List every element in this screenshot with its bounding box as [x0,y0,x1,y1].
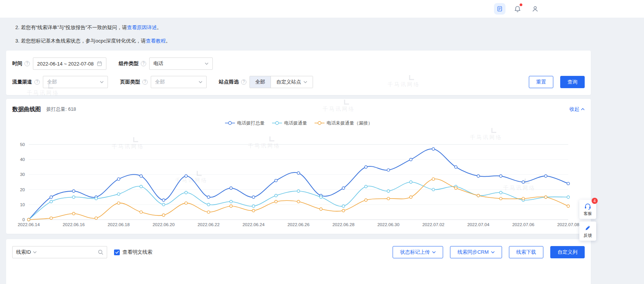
y-axis-tick-label: 50 [20,142,25,147]
data-point [207,196,210,199]
help-icon[interactable] [142,79,148,85]
data-point [499,175,502,177]
y-axis-tick-label: 20 [20,187,25,192]
notice-link-reason[interactable]: 查看原因详述 [127,25,157,30]
x-axis-tick-label: 2022.06.16 [63,222,85,227]
chevron-down-icon [97,81,104,83]
clue-id-select[interactable]: 线索ID [16,249,37,256]
data-point [275,179,277,182]
help-icon[interactable] [34,79,40,85]
chart-legend: 电话拨打总量电话拨通量电话未拨通量（漏接） [12,120,585,126]
y-axis-tick-label: 30 [20,172,25,177]
headset-icon [584,203,592,210]
calendar-icon [94,61,102,66]
clue-download-button[interactable]: 线索下载 [509,246,543,258]
search-icon[interactable] [98,250,103,255]
data-point [117,193,120,195]
legend-line-marker-icon [272,121,282,125]
legend-item[interactable]: 电话拨打总量 [225,120,265,126]
traffic-channel-select[interactable]: 全部 [43,76,108,88]
data-point [72,196,75,199]
help-icon[interactable] [24,61,30,66]
status-mark-upload-button[interactable]: 状态标记上传 [393,246,443,258]
notice-link-tutorial[interactable]: 查看教程 [146,38,166,44]
data-point [342,209,345,212]
notification-bell-icon [514,5,521,13]
custom-columns-button[interactable]: 自定义列 [550,246,585,258]
data-point [545,175,547,177]
site-custom-button[interactable]: 自定义站点 [271,76,313,88]
x-axis-tick-label: 2022.07.04 [467,222,489,227]
notice-line: 2. 若您有“线索详单”与“投放报告”不一致的疑问，请查看原因详述。 [15,21,597,34]
x-axis-tick-label: 2022.06.22 [197,222,220,227]
data-point [117,178,120,181]
traffic-channel-label: 流量渠道 [12,79,32,85]
x-axis-tick-label: 2022.06.20 [153,222,175,227]
data-point [230,205,232,207]
data-point [365,166,367,168]
data-point [185,175,187,177]
data-point [387,190,390,192]
x-axis-tick-label: 2022.06.28 [333,222,355,227]
chevron-down-icon [196,81,202,83]
clue-search-group: 线索ID [12,246,107,258]
chart-subtitle: 拨打总量: 618 [46,106,76,113]
legend-item[interactable]: 电话拨通量 [272,120,307,126]
date-range-input[interactable]: 2022-06-14 ~ 2022-07-08 [33,57,106,70]
chevron-down-icon [303,81,307,83]
data-point [95,217,98,220]
reset-button[interactable]: 重置 [529,76,553,88]
component-type-select[interactable]: 电话 [149,57,213,70]
document-button[interactable] [494,3,505,15]
time-label: 时间 [12,60,22,67]
collapse-link[interactable]: 收起 [569,106,585,113]
data-point [230,200,232,203]
data-point [297,200,300,203]
data-point [409,158,412,161]
help-icon[interactable] [141,61,146,66]
chevron-up-icon [581,108,585,110]
data-point [162,214,165,217]
page-type-select[interactable]: 全部 [151,76,207,88]
data-point [140,185,142,188]
line-chart[interactable]: 010203040502022.06.142022.06.162022.06.1… [12,129,585,229]
feedback-button[interactable]: 反馈 [579,222,596,241]
x-axis-tick-label: 2022.06.24 [243,222,265,227]
clue-sync-crm-button[interactable]: 线索同步CRM [450,246,502,258]
chart-panel: 数据曲线图 拨打总量: 618 收起 电话拨打总量电话拨通量电话未拨通量（漏接）… [6,99,591,234]
filter-panel: 时间 2022-06-14 ~ 2022-07-08 组件类型 电话 [6,51,591,95]
legend-line-marker-icon [314,121,325,125]
data-point [545,196,547,199]
chevron-down-icon [33,251,37,253]
help-icon[interactable] [241,79,246,85]
customer-service-button[interactable]: 4 客服 [579,200,596,219]
series-line [29,179,568,220]
data-point [409,196,412,199]
search-input[interactable] [39,250,96,255]
data-point [252,196,255,199]
data-point [455,187,457,189]
data-point [297,190,300,192]
data-point [140,211,142,213]
data-point [162,203,165,206]
y-axis-tick-label: 0 [23,217,25,222]
user-menu-button[interactable] [529,3,541,15]
notification-dot [520,3,522,6]
notice-list: 2. 若您有“线索详单”与“投放报告”不一致的疑问，请查看原因详述。 3. 若您… [0,18,597,50]
query-button[interactable]: 查询 [560,76,585,88]
data-point [567,205,570,207]
service-badge: 4 [592,198,598,204]
site-filter-label: 站点筛选 [219,79,239,85]
topbar [0,0,644,18]
notification-button[interactable] [512,3,523,15]
data-point [252,209,255,212]
data-point [522,197,525,200]
legend-item[interactable]: 电话未拨通量（漏接） [314,120,373,126]
plaintext-clue-checkbox[interactable]: 查看明文线索 [114,249,152,256]
main-content: 2. 若您有“线索详单”与“投放报告”不一致的疑问，请查看原因详述。 3. 若您… [0,18,597,284]
notice-line: 3. 若您想标记基木鱼线索状态，参与ocpc深度转化优化，请查看教程。 [15,34,597,48]
site-all-button[interactable]: 全部 [250,76,271,88]
data-point [95,197,98,200]
pencil-icon [584,225,591,231]
data-point [50,200,52,203]
